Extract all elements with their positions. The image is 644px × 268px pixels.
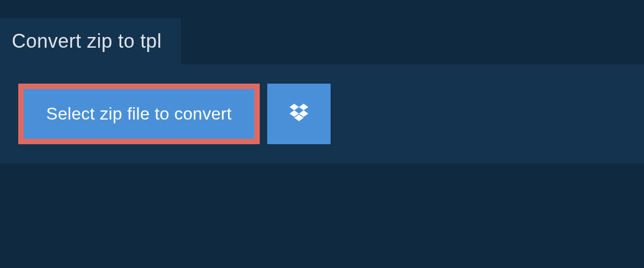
page-header: Convert zip to tpl [0,18,181,64]
dropbox-icon [288,102,310,126]
select-file-button[interactable]: Select zip file to convert [18,84,260,144]
page-title: Convert zip to tpl [12,30,162,53]
upload-panel: Select zip file to convert [0,64,644,163]
button-row: Select zip file to convert [18,84,626,144]
dropbox-button[interactable] [267,84,331,144]
select-file-label: Select zip file to convert [46,104,232,124]
